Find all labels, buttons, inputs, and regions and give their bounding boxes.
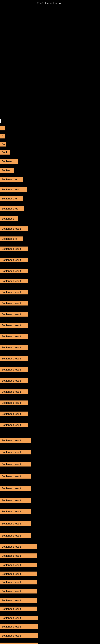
bottleneck-result-item[interactable]: Bottleneck result	[0, 509, 31, 514]
bottleneck-result-item[interactable]: Bottleneck result	[0, 279, 28, 283]
bottleneck-result-item[interactable]: Bottleneck result	[0, 367, 28, 372]
bottleneck-result-item[interactable]: Bottleneck res	[0, 206, 24, 211]
bottleneck-result-item[interactable]: Bottleneck	[0, 216, 18, 221]
bottleneck-result-item[interactable]: Bottleneck result	[0, 624, 38, 629]
bottleneck-result-item[interactable]: Bottleneck result	[0, 323, 28, 328]
bottleneck-result-item[interactable]: Bo	[0, 142, 6, 146]
text-cursor	[0, 119, 1, 123]
bottleneck-result-item[interactable]: Bottleneck result	[0, 312, 28, 316]
bottleneck-result-item[interactable]: Bottleneck result	[0, 563, 37, 567]
bottleneck-result-item[interactable]: Bottleneck result	[0, 486, 31, 491]
bottleneck-result-item[interactable]: Bottleneck result	[0, 533, 31, 538]
bottleneck-result-item[interactable]: Bottleneck result	[0, 438, 31, 443]
bottleneck-result-item[interactable]: Bottleneck result	[0, 345, 28, 350]
bottleneck-result-item[interactable]: Bottleneck re	[0, 196, 23, 201]
bottleneck-result-item[interactable]: Bottl	[0, 150, 10, 154]
bottleneck-result-item[interactable]: Bottleneck result	[0, 589, 37, 594]
bottleneck-result-item[interactable]: Bottleneck resul	[0, 187, 27, 192]
bottleneck-result-item[interactable]: Bottleneck result	[0, 554, 37, 558]
bottleneck-result-item[interactable]: Bottleneck result	[0, 422, 28, 427]
bottleneck-result-item[interactable]: Bottleneck	[0, 159, 18, 164]
bottleneck-result-item[interactable]: B	[0, 134, 5, 138]
bottleneck-result-item[interactable]: Bottleneck result	[0, 269, 28, 273]
bottleneck-result-item[interactable]: Bottleneck result	[0, 356, 28, 361]
bottleneck-result-item[interactable]: Bottleneck result	[0, 226, 28, 231]
bottleneck-result-item[interactable]: Bottleneck result	[0, 572, 37, 576]
bottleneck-result-item[interactable]: Bottleneck result	[0, 246, 28, 251]
bottleneck-result-item[interactable]: Bottleneck result	[0, 521, 31, 526]
bottleneck-result-item[interactable]: Bottleneck re	[0, 236, 23, 241]
bottleneck-result-item[interactable]: Bottleneck result	[0, 258, 28, 262]
bottleneck-result-item[interactable]: Bottleneck result	[0, 334, 28, 339]
bottleneck-result-item[interactable]: Bottleneck result	[0, 390, 28, 394]
bottleneck-result-item[interactable]: Bottleneck result	[0, 633, 38, 638]
bottleneck-result-item[interactable]: Bottleneck result	[0, 616, 38, 620]
bottleneck-result-item[interactable]: Bottleneck result	[0, 412, 28, 416]
bottleneck-result-item[interactable]: Bottleneck result	[0, 642, 38, 644]
bottleneck-result-item[interactable]: Bottleneck result	[0, 290, 28, 294]
bottleneck-result-item[interactable]: Bottleneck result	[0, 498, 31, 503]
bottleneck-result-item[interactable]: Bottleneck result	[0, 301, 28, 306]
bottleneck-result-item[interactable]: Bottleneck result	[0, 474, 31, 478]
bottleneck-result-item[interactable]: Bottleneck re	[0, 177, 23, 182]
bottleneck-result-item[interactable]: B	[0, 126, 5, 130]
bottleneck-result-item[interactable]: Bottleneck result	[0, 378, 28, 383]
bottleneck-result-item[interactable]: Bottleneck result	[0, 462, 31, 466]
bottleneck-result-item[interactable]: Bottleneck result	[0, 544, 37, 549]
bottleneck-result-item[interactable]: Bottleneck result	[0, 400, 28, 405]
bottleneck-result-item[interactable]: Bottleneck result	[0, 450, 31, 454]
bottleneck-result-item[interactable]: Bottleneck result	[0, 606, 37, 611]
bottleneck-result-item[interactable]: Bottleneck result	[0, 598, 37, 603]
bottleneck-result-item[interactable]: Bottlen	[0, 168, 14, 173]
site-title: TheBottlenecker.com	[37, 2, 63, 5]
bottleneck-result-item[interactable]: Bottleneck result	[0, 580, 37, 584]
